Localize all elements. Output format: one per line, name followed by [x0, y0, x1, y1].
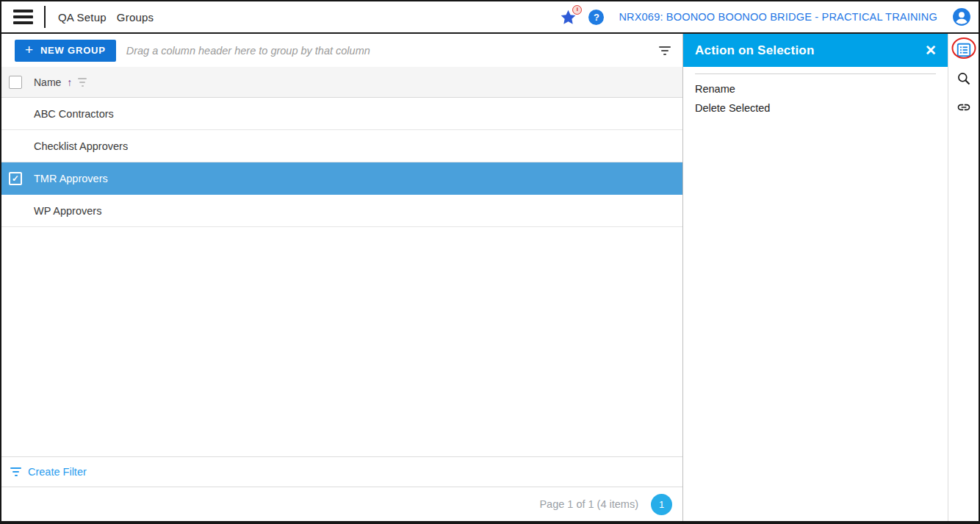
group-name: Checklist Approvers [34, 140, 128, 152]
new-group-label: NEW GROUP [40, 45, 106, 56]
page-1-button[interactable]: 1 [651, 494, 672, 515]
name-column-header[interactable]: Name ↑ [34, 76, 87, 88]
plus-icon: + [25, 43, 34, 57]
new-group-button[interactable]: + NEW GROUP [15, 40, 116, 62]
search-icon [956, 71, 971, 86]
table-row-selected[interactable]: ✓ TMR Approvers [1, 162, 682, 195]
grid-empty-space [1, 227, 682, 456]
top-bar: QA Setup Groups i ? NRX069: BOONOO BOONO… [1, 1, 979, 34]
panel-title: Action on Selection [695, 43, 925, 58]
help-icon[interactable]: ? [588, 10, 604, 25]
filter-row-toggle-icon[interactable] [659, 46, 671, 55]
menu-icon[interactable] [13, 10, 33, 24]
table-row[interactable]: ABC Contractors [1, 98, 682, 130]
search-button[interactable] [955, 70, 973, 87]
row-checkbox-slot [9, 204, 22, 218]
grid-header-row: Name ↑ [1, 67, 682, 98]
menu-item-delete-selected[interactable]: Delete Selected [683, 98, 948, 118]
action-on-selection-panel: Action on Selection ✕ Rename Delete Sele… [683, 34, 948, 521]
topbar-actions: i ? NRX069: BOONOO BOONOO BRIDGE - PRACT… [560, 7, 971, 26]
table-row[interactable]: WP Approvers [1, 195, 682, 227]
row-checkbox-slot: ✓ [9, 172, 22, 185]
create-filter-link[interactable]: Create Filter [10, 466, 87, 478]
notification-badge: i [572, 5, 582, 15]
breadcrumb-groups[interactable]: Groups [117, 11, 154, 24]
action-on-selection-button[interactable] [955, 41, 973, 59]
create-filter-label: Create Filter [28, 466, 87, 478]
pager-bar: Page 1 of 1 (4 items) 1 [1, 487, 682, 521]
link-icon [956, 100, 971, 115]
table-row[interactable]: Checklist Approvers [1, 130, 682, 162]
close-icon[interactable]: ✕ [925, 43, 937, 57]
grid-toolbar: + NEW GROUP Drag a column header here to… [1, 34, 682, 67]
avatar-icon [952, 7, 971, 26]
name-column-label: Name [34, 76, 61, 88]
project-title[interactable]: NRX069: BOONOO BOONOO BRIDGE - PRACTICAL… [619, 11, 937, 23]
action-list-icon [956, 42, 972, 58]
page-summary: Page 1 of 1 (4 items) [539, 498, 638, 510]
select-all-checkbox[interactable] [9, 76, 22, 89]
favorites-button[interactable]: i [560, 9, 577, 26]
link-button[interactable] [955, 98, 973, 116]
topbar-divider [44, 6, 46, 28]
main-area: + NEW GROUP Drag a column header here to… [1, 34, 979, 521]
sort-ascending-icon: ↑ [67, 76, 72, 88]
filter-icon [10, 467, 21, 476]
groups-grid: + NEW GROUP Drag a column header here to… [1, 34, 683, 521]
row-checkbox[interactable]: ✓ [9, 172, 22, 185]
row-checkbox-slot [9, 107, 22, 121]
column-filter-icon[interactable] [78, 78, 87, 87]
group-name: TMR Approvers [34, 173, 108, 184]
group-name: WP Approvers [34, 205, 101, 217]
group-by-hint: Drag a column header here to group by th… [126, 45, 649, 57]
row-checkbox-slot [9, 140, 22, 153]
app-window: QA Setup Groups i ? NRX069: BOONOO BOONO… [0, 0, 980, 524]
side-icon-strip [948, 34, 979, 521]
account-button[interactable] [952, 7, 971, 26]
menu-item-rename[interactable]: Rename [683, 79, 948, 98]
group-name: ABC Contractors [34, 108, 114, 120]
breadcrumb-qa-setup[interactable]: QA Setup [58, 11, 107, 24]
create-filter-bar: Create Filter [1, 456, 682, 487]
panel-header: Action on Selection ✕ [683, 34, 948, 67]
panel-divider [695, 73, 936, 74]
breadcrumb: QA Setup Groups [58, 11, 154, 24]
